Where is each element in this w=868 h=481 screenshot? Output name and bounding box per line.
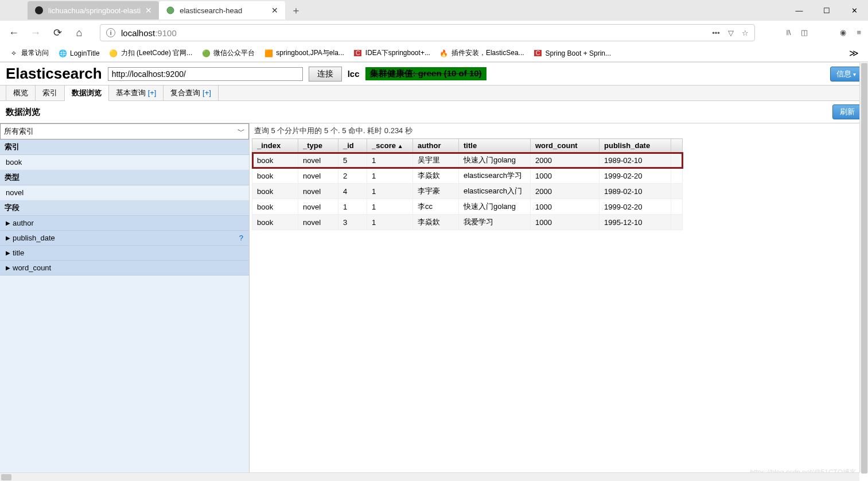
sidebar-type-item[interactable]: novel <box>0 185 249 200</box>
table-cell: novel <box>298 199 338 215</box>
bookmark-item[interactable]: ✧最常访问 <box>9 48 49 58</box>
es-tab-label: 复合查询 <box>170 88 200 97</box>
close-window-button[interactable]: ✕ <box>840 0 868 21</box>
sidebar-index-item[interactable]: book <box>0 155 249 170</box>
es-tab[interactable]: 索引 <box>36 86 65 100</box>
library-icon[interactable]: ⦀\ <box>786 28 791 37</box>
table-cell: book <box>252 168 298 184</box>
table-header-spacer <box>671 139 683 153</box>
es-tab[interactable]: 概览 <box>6 86 36 100</box>
bookmark-item[interactable]: 🔥插件安装，ElasticSea... <box>439 48 524 58</box>
bookmark-item[interactable]: CIDEA下springboot+... <box>353 48 430 58</box>
table-cell: 李焱欽 <box>413 168 459 184</box>
table-cell: 快速入门golang <box>459 199 531 215</box>
connection-url-input[interactable] <box>108 67 303 81</box>
tab-plus-icon[interactable]: [+] <box>148 88 157 97</box>
bookmark-icon: 🔥 <box>439 49 449 58</box>
reload-button[interactable]: ⟳ <box>50 26 64 40</box>
es-tab[interactable]: 复合查询 [+] <box>164 86 218 100</box>
arrow-right-icon: ▶ <box>6 265 10 271</box>
table-header[interactable]: _id <box>338 139 367 153</box>
sidebar-field-item[interactable]: ▶publish_date? <box>0 231 249 246</box>
back-button[interactable]: ← <box>7 26 21 40</box>
url-bar[interactable]: i localhost:9100 ••• ▽ ☆ <box>100 24 755 41</box>
bookmark-item[interactable]: 🟢微信公众平台 <box>201 48 255 58</box>
index-select[interactable]: 所有索引 ﹀ <box>0 123 249 139</box>
sidebar-field-item[interactable]: ▶title <box>0 246 249 261</box>
vertical-scrollbar[interactable] <box>859 62 868 472</box>
bookmark-icon: 🌐 <box>58 49 67 58</box>
forward-button[interactable]: → <box>29 26 42 40</box>
table-header[interactable]: _index <box>252 139 298 153</box>
table-header[interactable]: title <box>459 139 531 153</box>
more-icon[interactable]: ••• <box>712 29 720 37</box>
table-row[interactable]: booknovel31李焱欽我爱学习10001995-12-10 <box>252 215 683 230</box>
new-tab-button[interactable]: ＋ <box>285 3 307 17</box>
table-cell: 李焱欽 <box>413 215 459 230</box>
home-button[interactable]: ⌂ <box>72 26 86 40</box>
table-row[interactable]: booknovel11李cc快速入门golang10001999-02-20 <box>252 199 683 215</box>
table-cell: 2000 <box>531 153 600 168</box>
bookmark-item[interactable]: 🟧springboot,JPA与ela... <box>264 48 344 58</box>
es-tab[interactable]: 数据浏览 <box>65 86 109 101</box>
menu-icon[interactable]: ≡ <box>857 28 861 37</box>
bookmark-icon[interactable]: ☆ <box>742 29 749 37</box>
bookmark-icon: 🟢 <box>201 49 211 58</box>
tab-close-icon[interactable]: ✕ <box>271 6 278 15</box>
es-tab[interactable]: 基本查询 [+] <box>109 86 164 100</box>
sidebar-field-item[interactable]: ▶word_count <box>0 261 249 276</box>
table-header[interactable]: author <box>413 139 459 153</box>
field-name: author <box>13 219 34 227</box>
tab-plus-icon[interactable]: [+] <box>203 88 211 97</box>
reader-icon[interactable]: ▽ <box>728 29 734 37</box>
bookmark-item[interactable]: 🌐LoginTitle <box>58 48 100 58</box>
table-header[interactable]: _score <box>367 139 413 153</box>
table-cell: 1 <box>367 199 413 215</box>
table-cell: novel <box>298 153 338 168</box>
table-cell: book <box>252 184 298 199</box>
es-logo: Elasticsearch <box>6 65 102 83</box>
chevron-down-icon: ﹀ <box>238 126 245 137</box>
sidebar-label-index: 索引 <box>0 139 249 155</box>
index-select-value: 所有索引 <box>4 126 34 137</box>
connect-button[interactable]: 连接 <box>309 67 342 82</box>
tab-close-icon[interactable]: ✕ <box>145 6 152 15</box>
table-cell: 1 <box>367 215 413 230</box>
table-row[interactable]: booknovel51吴宇里快速入门golang20001989-02-10 <box>252 153 683 168</box>
table-cell: 4 <box>338 184 367 199</box>
table-header[interactable]: _type <box>298 139 338 153</box>
account-icon[interactable]: ◉ <box>840 28 846 37</box>
table-cell: 1 <box>338 199 367 215</box>
cluster-health-badge: 集群健康值: green (10 of 10) <box>365 67 486 80</box>
table-cell: 1989-02-10 <box>600 153 671 168</box>
table-header[interactable]: word_count <box>531 139 600 153</box>
table-cell: 1000 <box>531 168 600 184</box>
es-header: Elasticsearch 连接 lcc 集群健康值: green (10 of… <box>0 63 868 85</box>
browser-tab[interactable]: lichuachua/springboot-elasti✕ <box>28 1 159 20</box>
table-cell: novel <box>298 184 338 199</box>
sidebar-field-item[interactable]: ▶author <box>0 216 249 231</box>
table-row[interactable]: booknovel41李宇豪elasticsearch入门20001989-02… <box>252 184 683 199</box>
field-name: title <box>13 249 24 257</box>
horizontal-scrollbar[interactable] <box>0 472 859 478</box>
browser-tab[interactable]: elasticsearch-head✕ <box>159 1 285 20</box>
refresh-button[interactable]: 刷新 <box>832 104 862 119</box>
minimize-button[interactable]: — <box>785 0 813 21</box>
table-header[interactable]: publish_date <box>600 139 671 153</box>
maximize-button[interactable]: ☐ <box>813 0 840 21</box>
site-info-icon[interactable]: i <box>106 28 115 37</box>
table-cell: novel <box>298 168 338 184</box>
bookmark-item[interactable]: 🟡力扣 (LeetCode) 官网... <box>109 48 193 58</box>
table-cell: 5 <box>338 153 367 168</box>
bookmark-item[interactable]: CSpring Boot + Sprin... <box>534 48 611 58</box>
table-row[interactable]: booknovel21李焱欽elasticsearch学习10001999-02… <box>252 168 683 184</box>
arrow-right-icon: ▶ <box>6 220 10 226</box>
results-table: _index_type_id_scoreauthortitleword_coun… <box>252 138 683 230</box>
es-tab-label: 概览 <box>13 88 28 97</box>
bookmarks-overflow-icon[interactable]: ≫ <box>849 48 859 59</box>
bookmark-icon: ✧ <box>9 49 18 58</box>
table-cell: 李cc <box>413 199 459 215</box>
sidebar-icon[interactable]: ◫ <box>801 28 808 37</box>
browser-sidebar: 所有索引 ﹀ 索引 book 类型 novel 字段 ▶author▶publi… <box>0 123 250 478</box>
info-button[interactable]: 信息 <box>830 67 862 82</box>
